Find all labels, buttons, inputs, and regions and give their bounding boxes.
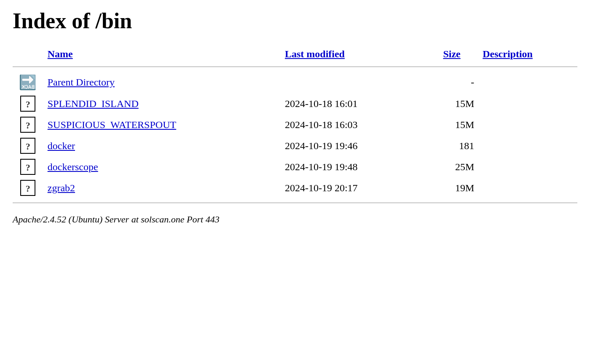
file-size: 15M bbox=[439, 93, 478, 114]
file-modified: 2024-10-19 19:46 bbox=[281, 135, 439, 156]
file-link[interactable]: dockerscope bbox=[48, 161, 98, 172]
modified-column-header[interactable]: Last modified bbox=[281, 46, 439, 62]
modified-sort-link[interactable]: Last modified bbox=[285, 48, 345, 59]
desc-sort-link[interactable]: Description bbox=[483, 48, 533, 59]
file-description bbox=[478, 135, 577, 156]
file-modified: 2024-10-19 20:17 bbox=[281, 177, 439, 198]
table-row: SUSPICIOUS_WATERSPOUT2024-10-18 16:0315M bbox=[13, 114, 577, 135]
footer-divider bbox=[13, 203, 577, 203]
file-icon bbox=[20, 96, 35, 112]
table-row: zgrab22024-10-19 20:1719M bbox=[13, 177, 577, 198]
file-icon bbox=[20, 138, 35, 154]
file-icon bbox=[20, 117, 35, 133]
file-modified: 2024-10-19 19:48 bbox=[281, 156, 439, 177]
name-column-header[interactable]: Name bbox=[43, 46, 281, 62]
file-modified: 2024-10-18 16:01 bbox=[281, 93, 439, 114]
size-sort-link[interactable]: Size bbox=[443, 48, 460, 59]
page-title: Index of /bin bbox=[13, 8, 577, 33]
file-description bbox=[478, 156, 577, 177]
size-column-header[interactable]: Size bbox=[439, 46, 478, 62]
file-size: 181 bbox=[439, 135, 478, 156]
table-row: SPLENDID_ISLAND2024-10-18 16:0115M bbox=[13, 93, 577, 114]
file-description bbox=[478, 71, 577, 93]
file-size: 15M bbox=[439, 114, 478, 135]
header-divider bbox=[13, 67, 577, 67]
icon-col-header bbox=[13, 46, 43, 62]
file-modified bbox=[281, 71, 439, 93]
file-link[interactable]: SUSPICIOUS_WATERSPOUT bbox=[48, 119, 176, 130]
file-icon bbox=[20, 180, 35, 196]
file-link[interactable]: docker bbox=[48, 140, 75, 151]
file-description bbox=[478, 93, 577, 114]
file-icon bbox=[20, 159, 35, 175]
file-link[interactable]: zgrab2 bbox=[48, 182, 75, 193]
file-size: - bbox=[439, 71, 478, 93]
name-sort-link[interactable]: Name bbox=[48, 48, 73, 59]
server-footer: Apache/2.4.52 (Ubuntu) Server at solscan… bbox=[13, 214, 577, 225]
file-link[interactable]: Parent Directory bbox=[48, 77, 115, 88]
table-row: docker2024-10-19 19:46181 bbox=[13, 135, 577, 156]
file-description bbox=[478, 114, 577, 135]
desc-column-header[interactable]: Description bbox=[478, 46, 577, 62]
file-modified: 2024-10-18 16:03 bbox=[281, 114, 439, 135]
file-description bbox=[478, 177, 577, 198]
file-size: 25M bbox=[439, 156, 478, 177]
file-size: 19M bbox=[439, 177, 478, 198]
table-row: 🔙Parent Directory- bbox=[13, 71, 577, 93]
back-icon: 🔙 bbox=[19, 74, 37, 91]
table-row: dockerscope2024-10-19 19:4825M bbox=[13, 156, 577, 177]
file-link[interactable]: SPLENDID_ISLAND bbox=[48, 98, 139, 109]
